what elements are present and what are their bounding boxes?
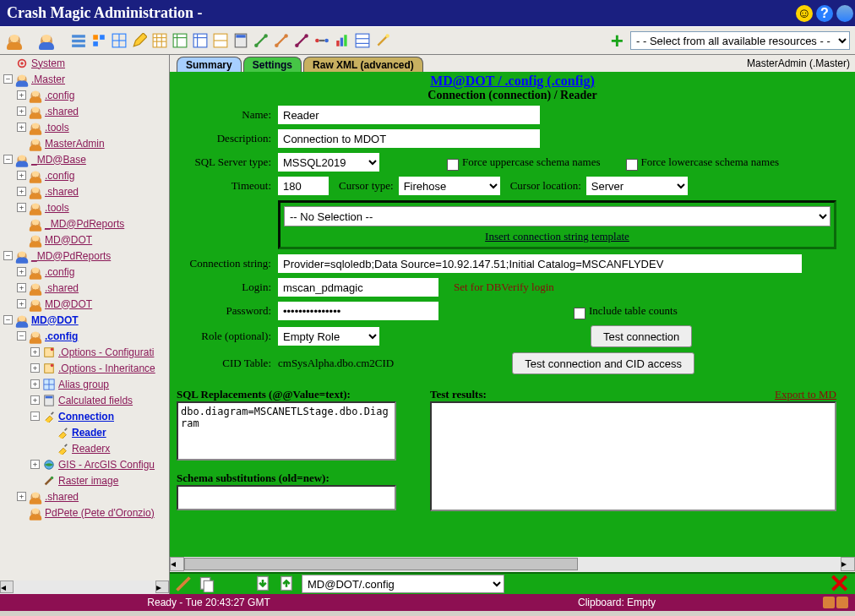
chart-icon[interactable] — [333, 31, 351, 50]
download-icon[interactable] — [254, 575, 271, 592]
tree-link[interactable]: .Options - Inheritance — [58, 363, 155, 374]
role-select[interactable]: Empty Role — [278, 327, 379, 346]
breadcrumb-link[interactable]: MD@DOT / .config (.config) — [430, 74, 595, 88]
tab-summary[interactable]: Summary — [177, 57, 242, 73]
template-select[interactable]: -- No Selection -- — [284, 206, 830, 226]
wand-icon[interactable] — [373, 31, 392, 50]
main-hscrollbar[interactable]: ◂▸ — [170, 557, 855, 572]
expand-icon[interactable]: + — [17, 203, 26, 212]
tree-node[interactable]: +.Options - Inheritance — [0, 360, 169, 376]
tree-link[interactable]: .shared — [45, 186, 79, 198]
tree-link[interactable]: MasterAdmin — [45, 138, 105, 150]
password-input[interactable] — [278, 302, 438, 320]
expand-icon[interactable]: + — [30, 395, 40, 405]
tree-link[interactable]: Readerx — [72, 443, 110, 455]
expand-icon[interactable]: − — [3, 251, 13, 260]
tree-node[interactable]: −.Master — [0, 71, 169, 87]
tree-link[interactable]: GIS - ArcGIS Configu — [58, 459, 155, 471]
cursorloc-select[interactable]: Server — [586, 177, 688, 195]
smiley-icon[interactable]: ☺ — [796, 5, 813, 22]
table3-icon[interactable] — [191, 31, 210, 50]
copy-icon[interactable] — [199, 575, 215, 592]
tree-node[interactable]: −.config — [0, 328, 169, 344]
expand-icon[interactable]: − — [3, 155, 13, 164]
tree-node[interactable]: +.tools — [0, 199, 169, 215]
tree-link[interactable]: .config — [45, 266, 74, 278]
tree-link[interactable]: MD@DOT — [45, 298, 92, 310]
tree-node[interactable]: _MD@PdReports — [0, 215, 169, 232]
tree-node[interactable]: +.tools — [0, 119, 169, 135]
user-orange-icon[interactable] — [5, 31, 24, 50]
list-icon[interactable] — [69, 31, 88, 50]
tree-node[interactable]: +.config — [0, 167, 169, 183]
force-lower-check[interactable] — [626, 159, 638, 171]
tree-link[interactable]: .Master — [31, 74, 65, 85]
connector4-icon[interactable] — [313, 31, 331, 50]
tree-node[interactable]: Reader — [0, 424, 169, 440]
timeout-input[interactable] — [278, 177, 329, 195]
export-link[interactable]: Export to MD — [775, 388, 836, 401]
tree-link[interactable]: .Options - Configurati — [58, 346, 154, 358]
tree-node[interactable]: +.Options - Configurati — [0, 344, 169, 360]
clipboard-path-select[interactable]: MD@DOT/.config — [302, 575, 504, 593]
tree-link[interactable]: .shared — [45, 106, 79, 117]
tree-link[interactable]: Alias group — [58, 379, 109, 390]
expand-icon[interactable]: − — [30, 412, 40, 421]
schemasub-textarea[interactable] — [177, 485, 396, 510]
resource-select[interactable]: - - Select from all available resources … — [630, 31, 850, 50]
tree-node[interactable]: +.shared — [0, 103, 169, 119]
table1-icon[interactable] — [150, 31, 169, 50]
expand-icon[interactable]: + — [30, 460, 40, 469]
test-connection-button[interactable]: Test connection — [591, 325, 692, 347]
include-counts-check[interactable] — [574, 308, 585, 319]
tree-node[interactable]: +Alias group — [0, 376, 169, 392]
tree-node[interactable]: +.shared — [0, 488, 169, 504]
tree-node[interactable]: MasterAdmin — [0, 135, 169, 151]
expand-icon[interactable]: + — [17, 187, 26, 196]
expand-icon[interactable]: + — [17, 90, 26, 100]
sqlrepl-textarea[interactable]: dbo.diagram=MSCANETLStage.dbo.Diagram — [177, 401, 396, 461]
clipboard-close-icon[interactable]: ✕ — [829, 575, 850, 593]
broom-icon[interactable] — [175, 575, 192, 592]
tree-node[interactable]: −Connection — [0, 408, 169, 424]
table4-icon[interactable] — [211, 31, 230, 50]
pencil-icon[interactable] — [130, 31, 149, 50]
tree-node[interactable]: +.config — [0, 87, 169, 103]
tree-link[interactable]: .tools — [45, 122, 69, 134]
expand-icon[interactable]: + — [17, 123, 26, 132]
expand-icon[interactable]: + — [17, 171, 26, 180]
sqltype-select[interactable]: MSSQL2019 — [278, 153, 379, 172]
tree-node[interactable]: +.config — [0, 264, 169, 280]
connector3-icon[interactable] — [292, 31, 311, 50]
tree-node[interactable]: Readerx — [0, 440, 169, 456]
expand-icon[interactable]: + — [30, 347, 40, 357]
tree-link[interactable]: PdPete (Pete d'Oronzio) — [45, 507, 155, 519]
upload-icon[interactable] — [278, 575, 295, 592]
tree-link[interactable]: _MD@PdReports — [31, 250, 111, 262]
tree-node[interactable]: −_MD@Base — [0, 151, 169, 167]
name-input[interactable] — [278, 106, 540, 124]
force-upper-check[interactable] — [447, 159, 459, 171]
table5-icon[interactable] — [353, 31, 372, 50]
testresults-textarea[interactable] — [430, 401, 836, 511]
tree-link[interactable]: .config — [45, 170, 74, 182]
tree-link[interactable]: .config — [45, 330, 78, 342]
expand-icon[interactable]: + — [17, 492, 26, 501]
tree-link[interactable]: Calculated fields — [58, 395, 133, 406]
expand-icon[interactable]: + — [17, 106, 26, 116]
tree-link[interactable]: MD@DOT — [45, 234, 92, 246]
tree-link[interactable]: .shared — [45, 282, 79, 294]
tree-node[interactable]: +Calculated fields — [0, 392, 169, 408]
tree-link[interactable]: MD@DOT — [31, 314, 79, 326]
connector1-icon[interactable] — [252, 31, 270, 50]
expand-icon[interactable]: + — [17, 267, 26, 276]
tree-node[interactable]: +.shared — [0, 183, 169, 199]
user-blue-icon[interactable] — [37, 31, 56, 50]
calc-icon[interactable] — [231, 31, 250, 50]
tree-link[interactable]: System — [31, 57, 65, 69]
tree-node[interactable]: MD@DOT — [0, 232, 169, 248]
tree-link[interactable]: Connection — [58, 411, 114, 422]
insert-template-link[interactable]: Insert connection string template — [485, 230, 629, 243]
connstr-input[interactable] — [278, 254, 802, 273]
tree-node[interactable]: System — [0, 55, 169, 71]
